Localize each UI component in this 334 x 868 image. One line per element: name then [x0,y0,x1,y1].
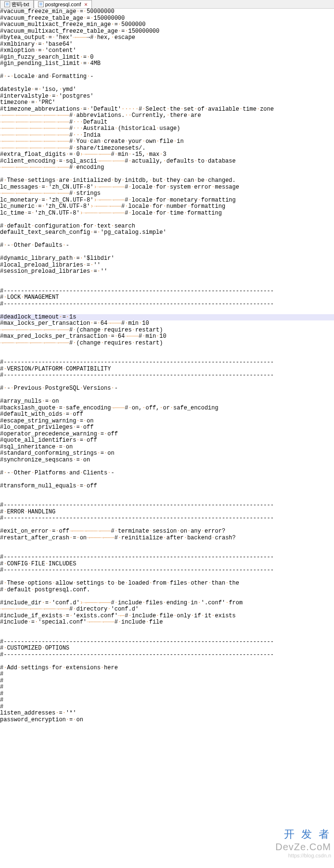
code-line[interactable]: #gin_pending_list_limit·=·4MB [0,61,334,67]
code-line[interactable]: →───→───→───→───→───#·encoding [0,165,334,171]
code-line[interactable]: #·-·Previous·PostgreSQL·Versions·- [0,385,334,392]
code-line[interactable] [0,307,334,314]
code-line[interactable] [0,632,334,639]
code-line[interactable]: #·-·Locale·and·Formatting·- [0,74,334,80]
code-line[interactable]: timezone·=·'PRC' [0,100,334,106]
code-line[interactable]: #·default·configuration·for·text·search [0,223,334,230]
code-line[interactable]: #·CONFIG·FILE·INCLUDES [0,561,334,568]
code-line[interactable]: #local_preload_libraries·=·'' [0,262,334,269]
code-line[interactable]: #---------------------------------------… [0,554,334,561]
code-line[interactable]: →───→───→───→───→───#·You·can·create·you… [0,139,334,145]
code-line[interactable]: #default_with_oids·=·off [0,411,334,418]
close-icon[interactable]: × [84,1,87,7]
code-line[interactable]: #·ERROR·HANDLING [0,509,334,516]
code-line[interactable]: # [0,671,334,678]
code-line[interactable] [0,574,334,581]
code-line[interactable]: #backslash_quote·=·safe_encoding→───#·on… [0,405,334,412]
code-line[interactable] [0,489,334,496]
code-line[interactable]: lc_time·=·'zh_CN.UTF-8'›→───→───→───#·lo… [0,210,334,217]
code-line[interactable]: →───→───→───→───→───#·(change·requires·r… [0,340,334,347]
code-line[interactable]: lc_numeric·=·'zh_CN.UTF-8'›→───→───#·loc… [0,204,334,210]
code-line[interactable] [0,281,334,288]
code-line[interactable] [0,379,334,386]
code-line[interactable] [0,463,334,470]
code-line[interactable] [0,249,334,256]
code-line[interactable]: #·-·Other·Platforms·and·Clients·- [0,470,334,477]
code-line[interactable]: #·These·settings·are·initialized·by·init… [0,178,334,184]
code-line[interactable]: #array_nulls·=·on [0,398,334,405]
code-line[interactable]: #vacuum_multixact_freeze_min_age·=·50000… [0,22,334,28]
code-line[interactable]: # [0,678,334,685]
code-line[interactable] [0,658,334,665]
code-line[interactable]: #client_encoding·=·sql_ascii→───→───#·ac… [0,158,334,165]
code-line[interactable]: #xmlbinary·=·'base64' [0,41,334,48]
code-line[interactable]: #lo_compat_privileges·=·off [0,424,334,431]
code-line[interactable]: #·VERSION/PLATFORM·COMPATIBILITY [0,366,334,373]
code-line[interactable]: #---------------------------------------… [0,372,334,379]
code-line[interactable]: →───→───→───→───→───#·directory·'conf.d' [0,606,334,613]
code-line[interactable]: #---------------------------------------… [0,515,334,522]
code-line[interactable]: →───→───→───→───→───#···India [0,132,334,139]
code-line[interactable]: #include_dir·=·'conf.d'›→───→───#·includ… [0,600,334,607]
code-line[interactable]: #vacuum_freeze_table_age·=·150000000 [0,15,334,22]
code-line[interactable]: #include_if_exists·=·'exists.conf'→─#·in… [0,613,334,620]
code-line[interactable]: #timezone_abbreviations·=·'Default'·····… [0,106,334,113]
code-line[interactable]: lc_messages·=·'zh_CN.UTF-8'›→───→───#·lo… [0,184,334,191]
tab-password-txt[interactable]: 密码·txt [0,0,34,8]
tab-postgresql-conf[interactable]: postgresql.conf × [34,0,92,8]
code-line[interactable]: # [0,691,334,698]
code-line[interactable]: #---------------------------------------… [0,567,334,574]
code-line[interactable]: #·-·Other·Defaults·- [0,243,334,249]
code-line[interactable]: #·Add·settings·for·extensions·here [0,665,334,672]
code-line[interactable]: #standard_conforming_strings·=·on [0,450,334,457]
code-line[interactable] [0,548,334,555]
code-line[interactable] [0,522,334,529]
code-line[interactable]: #operator_precedence_warning·=·off [0,431,334,438]
code-line[interactable]: #---------------------------------------… [0,639,334,646]
code-line[interactable]: #include·=·'special.conf'→───→───#·inclu… [0,619,334,626]
code-line[interactable]: #·These·options·allow·settings·to·be·loa… [0,580,334,587]
code-line[interactable]: #---------------------------------------… [0,502,334,509]
code-line[interactable]: #intervalstyle·=·'postgres' [0,93,334,100]
code-line[interactable]: #deadlock_timeout·=·1s [0,314,334,321]
code-line[interactable]: →───→───→───→───→───#·share/timezonesets… [0,145,334,152]
code-line[interactable]: #exit_on_error·=·off→───→───→───#·termin… [0,528,334,535]
code-line[interactable] [0,723,334,730]
code-line[interactable] [0,476,334,483]
code-line[interactable]: #max_pred_locks_per_transaction·=·64→───… [0,333,334,340]
code-line[interactable]: #vacuum_freeze_min_age·=·50000000 [0,9,334,15]
code-line[interactable]: →───→───→───→───→───#·abbreviations.··Cu… [0,113,334,119]
code-line[interactable] [0,346,334,353]
code-line[interactable]: datestyle·=·'iso,·ymd' [0,87,334,93]
code-line[interactable]: →───→───→───→───→───#···Australia·(histo… [0,126,334,132]
code-line[interactable] [0,275,334,282]
code-line[interactable] [0,236,334,243]
code-line[interactable]: #escape_string_warning·=·on [0,418,334,425]
code-line[interactable]: →───→───→───→───→───#···Default [0,119,334,126]
code-line[interactable]: #·default·postgresql.conf. [0,587,334,594]
code-line[interactable]: →───→───→───→───→───#·strings [0,191,334,197]
code-line[interactable] [0,496,334,503]
code-line[interactable]: #vacuum_multixact_freeze_table_age·=·150… [0,28,334,35]
code-line[interactable]: password_encryption·=·on [0,717,334,724]
code-line[interactable]: #max_locks_per_transaction·=·64→───#·min… [0,320,334,327]
code-line[interactable] [0,217,334,223]
code-line[interactable]: #·LOCK·MANAGEMENT [0,294,334,301]
code-line[interactable]: default_text_search_config·=·'pg_catalog… [0,230,334,236]
code-line[interactable]: #bytea_output·=·'hex'→───→#·hex,·escape [0,35,334,41]
code-line[interactable]: #---------------------------------------… [0,652,334,659]
code-line[interactable] [0,80,334,87]
code-line[interactable]: # [0,704,334,711]
code-line[interactable] [0,353,334,360]
code-line[interactable] [0,541,334,548]
code-line[interactable]: #synchronize_seqscans·=·on [0,457,334,464]
code-line[interactable]: lc_monetary·=·'zh_CN.UTF-8'›→───→───#·lo… [0,197,334,204]
code-line[interactable]: #quote_all_identifiers·=·off [0,437,334,444]
code-line[interactable]: #dynamic_library_path·=·'$libdir' [0,255,334,262]
code-editor[interactable]: #vacuum_freeze_min_age·=·50000000#vacuum… [0,9,334,730]
code-line[interactable] [0,593,334,600]
code-line[interactable]: listen_addresses·=·'*' [0,710,334,717]
code-line[interactable]: #---------------------------------------… [0,359,334,366]
code-line[interactable]: #sql_inheritance·=·on [0,444,334,451]
code-line[interactable]: # [0,697,334,704]
